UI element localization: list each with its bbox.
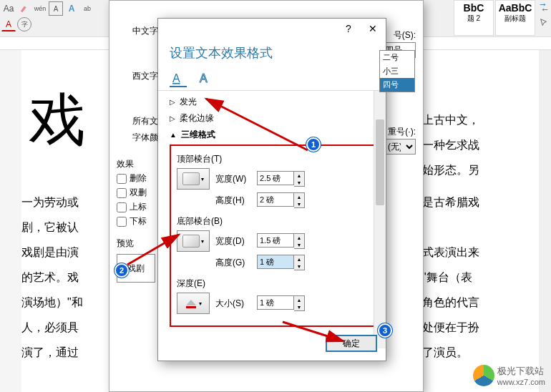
svg-line-5 xyxy=(283,322,343,341)
dialog-scrollbar[interactable] xyxy=(374,91,386,348)
top-bevel-picker[interactable]: ▾ xyxy=(177,168,210,190)
top-height-spinner[interactable]: ▲▼ xyxy=(257,192,305,208)
annotation-3: 3 xyxy=(378,323,392,338)
style-subtitle[interactable]: AaBbC副标题 xyxy=(495,0,535,36)
bottom-height-spinner[interactable]: ▲▼ xyxy=(257,255,305,270)
watermark: 极光下载站 www.xz7.com xyxy=(473,365,545,386)
top-width-spinner[interactable]: ▲▼ xyxy=(257,171,305,187)
text-effect-icon[interactable]: A xyxy=(64,1,79,16)
size-listbox[interactable]: 二号 小三 四号 xyxy=(379,50,415,92)
svg-text:A: A xyxy=(200,72,208,84)
close-button[interactable]: ✕ xyxy=(364,20,381,37)
svg-rect-2 xyxy=(186,306,196,308)
style-gallery: BbC题 2 AaBbC副标题 xyxy=(454,0,551,36)
char-shading-icon[interactable]: ab xyxy=(80,1,94,16)
font-color-icon[interactable]: A xyxy=(1,17,16,31)
depth-color-picker[interactable]: ▾ xyxy=(177,293,210,314)
select-cursor-icon[interactable] xyxy=(537,16,551,30)
svg-text:A: A xyxy=(172,72,180,84)
bottom-width-spinner[interactable]: ▲▼ xyxy=(257,233,305,249)
vertical-scrollbar[interactable] xyxy=(539,50,551,392)
enclose-char-icon[interactable]: 字 xyxy=(17,17,31,31)
dialog-title: 设置文本效果格式 xyxy=(158,39,386,67)
svg-line-3 xyxy=(206,99,308,150)
char-border-icon[interactable]: A xyxy=(49,1,63,16)
watermark-logo-icon xyxy=(473,365,494,386)
depth-size-spinner[interactable]: ▲▼ xyxy=(257,295,305,311)
accent-select[interactable]: (无) xyxy=(381,139,416,155)
style-heading2[interactable]: BbC题 2 xyxy=(454,0,494,36)
highlight-box: 顶部棱台(T) ▾ 宽度(W) ▲▼ 高度(H) ▲▼ 底部棱台(B) ▾ 宽度… xyxy=(170,144,381,327)
double-strike-checkbox[interactable] xyxy=(117,188,127,198)
text-fill-tab[interactable]: A xyxy=(170,70,187,87)
help-button[interactable]: ? xyxy=(340,20,357,37)
big-char: 戏 xyxy=(29,89,86,152)
font-case-icon[interactable]: Aa xyxy=(1,1,16,16)
text-effects-tab[interactable]: A xyxy=(197,70,214,87)
svg-line-4 xyxy=(127,235,179,265)
font-highlight-icon[interactable] xyxy=(17,1,31,16)
subscript-checkbox[interactable] xyxy=(117,217,127,227)
annotation-2: 2 xyxy=(114,263,129,278)
strikethrough-checkbox[interactable] xyxy=(117,174,127,184)
replace-icon[interactable] xyxy=(537,0,551,14)
phonetic-icon[interactable]: wén xyxy=(33,1,47,16)
superscript-checkbox[interactable] xyxy=(117,202,127,212)
annotation-1: 1 xyxy=(306,137,321,152)
text-effect-dialog: ? ✕ 设置文本效果格式 A A ▷发光 ▷柔化边缘 ▲三维格式 顶部棱台(T)… xyxy=(157,18,386,361)
